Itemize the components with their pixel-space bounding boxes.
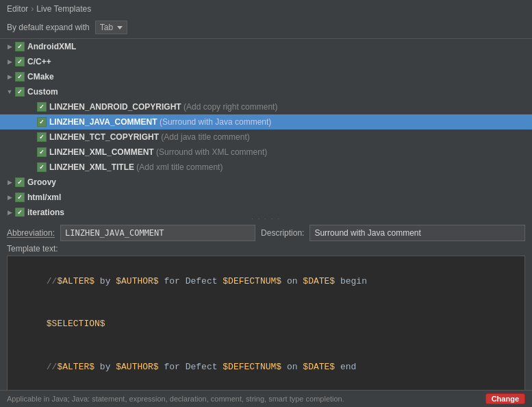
status-text: Applicable in Java; Java: statement, exp… bbox=[7, 395, 344, 403]
checkbox-xml_title[interactable] bbox=[37, 162, 47, 172]
item-name-androidxml: AndroidXML bbox=[27, 42, 76, 51]
item-name-cmake: CMake bbox=[27, 72, 54, 82]
checkbox-iterations[interactable] bbox=[15, 208, 25, 217]
item-label-java_comment: LINZHEN_JAVA_COMMENT (Surround with Java… bbox=[49, 117, 271, 127]
breadcrumb-live-templates: Live Templates bbox=[36, 4, 91, 14]
editor-area: Abbreviation: Description: Template text… bbox=[0, 221, 532, 393]
item-name-tct_copyright: LINZHEN_TCT_COPYRIGHT bbox=[49, 132, 159, 142]
collapsed-icon bbox=[4, 71, 15, 82]
tree-item-cmake[interactable]: CMake bbox=[0, 69, 532, 84]
item-desc-tct_copyright: (Add java title comment) bbox=[159, 132, 250, 142]
tree-item-cpp[interactable]: C/C++ bbox=[0, 54, 532, 69]
tree-item-xml_comment[interactable]: LINZHEN_XML_COMMENT (Surround with XML c… bbox=[0, 145, 532, 160]
tree-item-tct_copyright[interactable]: LINZHEN_TCT_COPYRIGHT (Add java title co… bbox=[0, 130, 532, 145]
code-line-2: $SELECTION$ bbox=[14, 303, 518, 345]
item-label-iterations: iterations bbox=[27, 208, 64, 217]
collapsed-icon bbox=[4, 56, 15, 67]
item-name-java_comment: LINZHEN_JAVA_COMMENT bbox=[49, 117, 157, 127]
tree-item-android_copyright[interactable]: LINZHEN_ANDROID_COPYRIGHT (Add copy righ… bbox=[0, 99, 532, 114]
code-line-1: //$ALTER$ by $AUTHOR$ for Defect $DEFECT… bbox=[14, 260, 518, 303]
item-desc-java_comment: (Surround with Java comment) bbox=[157, 117, 272, 127]
checkbox-custom[interactable] bbox=[15, 87, 25, 97]
empty-icon bbox=[26, 147, 37, 158]
item-label-androidxml: AndroidXML bbox=[27, 42, 76, 51]
collapsed-icon bbox=[4, 192, 15, 203]
empty-icon bbox=[26, 116, 37, 127]
meta-row: Abbreviation: Description: bbox=[7, 221, 525, 244]
checkbox-tct_copyright[interactable] bbox=[37, 132, 47, 142]
item-desc-xml_title: (Add xml title comment) bbox=[134, 162, 223, 172]
template-tree: AndroidXMLC/C++CMakeCustomLINZHEN_ANDROI… bbox=[0, 38, 532, 217]
item-label-cpp: C/C++ bbox=[27, 57, 51, 66]
item-name-groovy: Groovy bbox=[27, 177, 56, 187]
resize-dots-icon: · · · · · bbox=[251, 215, 281, 223]
empty-icon bbox=[26, 101, 37, 112]
abbreviation-label: Abbreviation: bbox=[7, 228, 55, 238]
item-label-htmlxml: html/xml bbox=[27, 193, 61, 202]
chevron-down-icon bbox=[117, 26, 123, 29]
item-label-groovy: Groovy bbox=[27, 177, 56, 187]
tree-item-xml_title[interactable]: LINZHEN_XML_TITLE (Add xml title comment… bbox=[0, 160, 532, 175]
description-input[interactable] bbox=[309, 225, 525, 241]
checkbox-android_copyright[interactable] bbox=[37, 102, 47, 112]
checkbox-cmake[interactable] bbox=[15, 72, 25, 82]
checkbox-cpp[interactable] bbox=[15, 57, 25, 66]
item-label-android_copyright: LINZHEN_ANDROID_COPYRIGHT (Add copy righ… bbox=[49, 102, 277, 112]
collapsed-icon bbox=[4, 41, 15, 52]
item-desc-android_copyright: (Add copy right comment) bbox=[181, 102, 278, 112]
expand-dropdown[interactable]: Tab bbox=[95, 21, 127, 34]
tree-item-groovy[interactable]: Groovy bbox=[0, 175, 532, 190]
item-name-iterations: iterations bbox=[27, 208, 64, 217]
item-name-xml_title: LINZHEN_XML_TITLE bbox=[49, 162, 134, 172]
breadcrumb: Editor › Live Templates bbox=[0, 0, 532, 18]
abbreviation-input[interactable] bbox=[60, 225, 255, 241]
tree-item-custom[interactable]: Custom bbox=[0, 84, 532, 99]
item-label-cmake: CMake bbox=[27, 72, 54, 82]
checkbox-groovy[interactable] bbox=[15, 177, 25, 187]
expanded-icon bbox=[4, 86, 15, 97]
item-name-android_copyright: LINZHEN_ANDROID_COPYRIGHT bbox=[49, 102, 181, 112]
checkbox-androidxml[interactable] bbox=[15, 42, 25, 51]
status-bar: Applicable in Java; Java: statement, exp… bbox=[0, 390, 532, 407]
breadcrumb-editor: Editor bbox=[7, 4, 28, 14]
item-desc-xml_comment: (Surround with XML comment) bbox=[154, 147, 268, 157]
empty-icon bbox=[26, 132, 37, 143]
change-button[interactable]: Change bbox=[485, 393, 525, 404]
item-name-htmlxml: html/xml bbox=[27, 193, 61, 202]
checkbox-xml_comment[interactable] bbox=[37, 147, 47, 157]
template-text-label: Template text: bbox=[7, 244, 525, 256]
checkbox-java_comment[interactable] bbox=[37, 117, 47, 127]
expand-dropdown-value: Tab bbox=[100, 23, 113, 32]
tree-item-htmlxml[interactable]: html/xml bbox=[0, 190, 532, 205]
collapsed-icon bbox=[4, 207, 15, 217]
item-label-xml_comment: LINZHEN_XML_COMMENT (Surround with XML c… bbox=[49, 147, 267, 157]
item-name-cpp: C/C++ bbox=[27, 57, 51, 66]
item-name-xml_comment: LINZHEN_XML_COMMENT bbox=[49, 147, 154, 157]
empty-icon bbox=[26, 162, 37, 173]
item-label-xml_title: LINZHEN_XML_TITLE (Add xml title comment… bbox=[49, 162, 223, 172]
checkbox-htmlxml[interactable] bbox=[15, 193, 25, 202]
tree-item-java_comment[interactable]: LINZHEN_JAVA_COMMENT (Surround with Java… bbox=[0, 114, 532, 130]
item-name-custom: Custom bbox=[27, 87, 58, 97]
collapsed-icon bbox=[4, 177, 15, 188]
template-code-area[interactable]: //$ALTER$ by $AUTHOR$ for Defect $DEFECT… bbox=[7, 256, 525, 393]
item-label-tct_copyright: LINZHEN_TCT_COPYRIGHT (Add java title co… bbox=[49, 132, 250, 142]
code-line-3: //$ALTER$ by $AUTHOR$ for Defect $DEFECT… bbox=[14, 346, 518, 388]
breadcrumb-separator: › bbox=[31, 4, 34, 14]
topbar: By default expand with Tab bbox=[0, 18, 532, 38]
description-label: Description: bbox=[261, 228, 304, 238]
item-label-custom: Custom bbox=[27, 87, 58, 97]
expand-with-label: By default expand with bbox=[7, 23, 90, 32]
tree-item-androidxml[interactable]: AndroidXML bbox=[0, 39, 532, 54]
